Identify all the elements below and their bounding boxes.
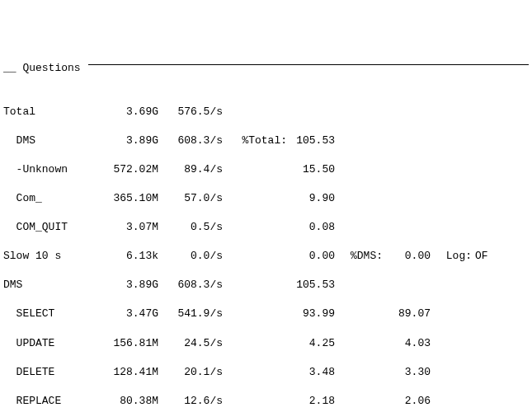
- rate-replace: 12.6/s: [158, 394, 223, 409]
- row-select: SELECT 3.47G 541.9/s 93.99 89.07: [3, 307, 529, 321]
- row-update: UPDATE 156.81M 24.5/s 4.25 4.03: [3, 336, 529, 351]
- label-unknown: -Unknown: [3, 162, 94, 177]
- count-comquit: 3.07M: [94, 220, 158, 235]
- row-unknown: -Unknown 572.02M 89.4/s 15.50: [3, 162, 529, 177]
- label-update: UPDATE: [3, 336, 94, 351]
- label-select: SELECT: [3, 307, 94, 321]
- row-com: Com_ 365.10M 57.0/s 9.90: [3, 191, 529, 206]
- pct-total-delete: 3.48: [287, 365, 335, 380]
- pct-dms-label: %DMS:: [335, 249, 383, 264]
- pct-dms-delete: 3.30: [383, 365, 431, 380]
- pct-total-replace: 2.18: [287, 394, 335, 409]
- count-select: 3.47G: [94, 307, 158, 321]
- count-dms2: 3.89G: [94, 278, 158, 293]
- section-questions-header: __ Questions: [3, 61, 529, 76]
- rate-dms: 608.3/s: [158, 133, 223, 148]
- rate-total: 576.5/s: [158, 105, 223, 119]
- row-total: Total 3.69G 576.5/s: [3, 105, 529, 119]
- log-value: OF: [472, 249, 500, 264]
- count-unknown: 572.02M: [94, 162, 158, 177]
- count-update: 156.81M: [94, 336, 158, 351]
- row-delete: DELETE 128.41M 20.1/s 3.48 3.30: [3, 365, 529, 380]
- label-total: Total: [3, 105, 94, 119]
- rate-delete: 20.1/s: [158, 365, 223, 380]
- rate-comquit: 0.5/s: [158, 220, 223, 235]
- rate-com: 57.0/s: [158, 191, 223, 206]
- label-comquit: COM_QUIT: [3, 220, 94, 235]
- section-questions-rule: [88, 64, 529, 65]
- count-delete: 128.41M: [94, 365, 158, 380]
- log-label: Log:: [431, 249, 472, 264]
- pct-total-dms2: 105.53: [287, 278, 335, 293]
- count-slow: 6.13k: [94, 249, 158, 264]
- pct-total-slow: 0.00: [287, 249, 335, 264]
- count-com: 365.10M: [94, 191, 158, 206]
- count-replace: 80.38M: [94, 394, 158, 409]
- rate-dms2: 608.3/s: [158, 278, 223, 293]
- pct-total-label: %Total:: [223, 133, 287, 148]
- row-comquit: COM_QUIT 3.07M 0.5/s 0.08: [3, 220, 529, 235]
- section-questions-lead: __ Questions: [3, 61, 87, 76]
- rate-update: 24.5/s: [158, 336, 223, 351]
- count-total: 3.69G: [94, 105, 158, 119]
- row-dms2: DMS 3.89G 608.3/s 105.53: [3, 278, 529, 293]
- pct-dms-update: 4.03: [383, 336, 431, 351]
- pct-dms-select: 89.07: [383, 307, 431, 321]
- label-com: Com_: [3, 191, 94, 206]
- pct-total-update: 4.25: [287, 336, 335, 351]
- label-replace: REPLACE: [3, 394, 94, 409]
- pct-total-comquit: 0.08: [287, 220, 335, 235]
- pct-total-unknown: 15.50: [287, 162, 335, 177]
- pct-total-select: 93.99: [287, 307, 335, 321]
- pct-total-dms: 105.53: [287, 133, 335, 148]
- rate-slow: 0.0/s: [158, 249, 223, 264]
- pct-total-com: 9.90: [287, 191, 335, 206]
- rate-select: 541.9/s: [158, 307, 223, 321]
- row-dms: DMS 3.89G 608.3/s %Total: 105.53: [3, 133, 529, 148]
- row-slow: Slow 10 s 6.13k 0.0/s 0.00 %DMS: 0.00 Lo…: [3, 249, 529, 264]
- label-delete: DELETE: [3, 365, 94, 380]
- label-slow: Slow 10 s: [3, 249, 94, 264]
- row-replace: REPLACE 80.38M 12.6/s 2.18 2.06: [3, 394, 529, 409]
- rate-unknown: 89.4/s: [158, 162, 223, 177]
- count-dms: 3.89G: [94, 133, 158, 148]
- pct-dms-slow: 0.00: [383, 249, 431, 264]
- label-dms2: DMS: [3, 278, 94, 293]
- label-dms: DMS: [3, 133, 94, 148]
- pct-dms-replace: 2.06: [383, 394, 431, 409]
